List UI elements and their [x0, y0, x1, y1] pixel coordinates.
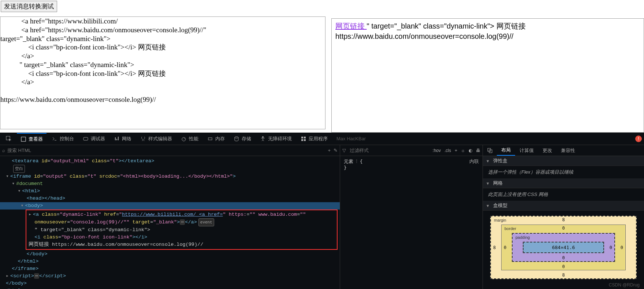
brace-open: {	[360, 159, 363, 164]
tab-accessibility[interactable]: 无障碍环境	[256, 133, 295, 144]
tab-hackbar[interactable]: Max HacKBar	[333, 134, 369, 144]
flexbox-header[interactable]: ▾弹性盒	[483, 156, 644, 166]
dom-line[interactable]: ▸<script>⋯</script>	[0, 273, 340, 280]
padding-right-val[interactable]: 0	[610, 245, 612, 250]
devtools-pick-icon[interactable]	[2, 134, 15, 144]
border-left-val[interactable]: 0	[504, 245, 506, 250]
tab-computed[interactable]: 计算值	[515, 145, 538, 156]
styles-body: 内联 元素 ⦙ { }	[340, 156, 483, 289]
brace-close: }	[344, 165, 479, 170]
tab-console-label: 控制台	[60, 136, 74, 142]
tab-inspector-label: 查看器	[29, 136, 43, 142]
print-icon[interactable]: 🖶	[476, 148, 480, 153]
dom-line[interactable]: " target="_blank" class="dynamic-link">	[29, 226, 335, 234]
margin-label: margin	[494, 218, 506, 222]
dom-line[interactable]: </html>	[0, 287, 340, 289]
output-html-textarea[interactable]: <a href="https://www.bilibili.com/ <a hr…	[0, 16, 325, 129]
add-rule-icon[interactable]: +	[328, 148, 331, 153]
dom-line[interactable]: </body>	[0, 251, 340, 258]
tab-storage-label: 存储	[242, 136, 251, 142]
light-icon[interactable]: ☼	[461, 148, 465, 153]
margin-top-val[interactable]: 8	[562, 217, 565, 222]
cls-button[interactable]: .cls	[444, 148, 451, 153]
tab-layout[interactable]: 布局	[497, 145, 515, 156]
whitespace-pill: 空白	[13, 165, 25, 173]
tab-network-label: 网络	[122, 136, 131, 142]
web-link[interactable]: 网页链接	[335, 22, 367, 30]
dom-line[interactable]: onmouseover="console.log(99)//"" target=…	[29, 218, 335, 226]
tab-changes[interactable]: 更改	[538, 145, 556, 156]
svg-point-6	[262, 136, 264, 138]
edit-icon[interactable]: ✎	[334, 148, 338, 153]
border-bottom-val[interactable]: 0	[562, 264, 565, 269]
tab-performance[interactable]: 性能	[177, 133, 202, 144]
dom-line[interactable]: ▾<iframe id="output" class="t" srcdoc="<…	[0, 173, 340, 180]
output-iframe-preview: 网页链接 " target="_blank" class="dynamic-li…	[331, 18, 644, 133]
box-model-diagram: margin 8 8 8 border 0 0 0 0 padding	[483, 211, 644, 284]
svg-rect-7	[301, 137, 303, 138]
tab-console[interactable]: 控制台	[48, 133, 78, 144]
left-column: 发送消息转换测试 <a href="https://www.bilibili.c…	[0, 0, 325, 133]
dom-line[interactable]: <textarea id="output_html" class="t"></t…	[0, 158, 340, 165]
border-right-val[interactable]: 0	[621, 245, 623, 250]
tab-memory[interactable]: 内存	[204, 133, 228, 144]
tab-app-label: 应用程序	[309, 136, 328, 142]
box-model-label: 盒模型	[493, 202, 507, 209]
padding-bottom-val[interactable]: 0	[562, 255, 565, 260]
dom-line[interactable]: <head></head>	[0, 195, 340, 202]
dom-line[interactable]: 网页链接 https://www.baidu.com/onmouseover=c…	[29, 241, 335, 248]
devtools-panel: 查看器 控制台 调试器 网络 样式编辑器 性能 内存 存储 无障碍环境 应用程序…	[0, 133, 644, 289]
dom-search-row: ⌕ + ✎	[0, 145, 340, 156]
tab-hackbar-label: Max HacKBar	[336, 136, 366, 141]
layout-popout-icon[interactable]	[483, 145, 497, 156]
dom-search-input[interactable]	[7, 148, 325, 153]
styles-panel: ▽ :hov .cls + ☼ ◐ 🖶 内联 元素 ⦙ { }	[340, 145, 483, 289]
tab-inspector[interactable]: 查看器	[17, 133, 46, 145]
styles-filter-input[interactable]	[350, 148, 429, 153]
margin-left-val[interactable]: 8	[493, 245, 496, 250]
dom-line[interactable]: </iframe>	[0, 265, 340, 273]
svg-rect-4	[208, 138, 212, 140]
contrast-icon[interactable]: ◐	[469, 148, 472, 153]
tab-debugger[interactable]: 调试器	[79, 133, 109, 144]
dom-line-selected[interactable]: ▾<body>	[0, 202, 340, 210]
dom-panel: ⌕ + ✎ <textarea id="output_html" class="…	[0, 145, 340, 289]
search-icon: ⌕	[2, 148, 5, 153]
tab-perf-label: 性能	[189, 136, 198, 142]
tab-storage[interactable]: 存储	[230, 133, 255, 144]
box-model-header[interactable]: ▾盒模型	[483, 201, 644, 211]
tab-style-label: 样式编辑器	[148, 136, 172, 142]
error-badge-icon[interactable]: !	[635, 136, 642, 142]
dom-line[interactable]: <i class="bp-icon-font icon-link"></i>	[29, 234, 335, 241]
watermark: CSDN @RDrug	[609, 282, 640, 288]
dom-line[interactable]: 空白	[0, 165, 340, 173]
tab-network[interactable]: 网络	[110, 133, 135, 144]
border-top-val[interactable]: 0	[562, 226, 565, 231]
tab-application[interactable]: 应用程序	[297, 133, 331, 144]
content-size[interactable]: 684×41.6	[523, 242, 604, 253]
flexbox-msg: 选择一个弹性（Flex）容器或项目以继续	[483, 166, 644, 178]
tab-memory-label: 内存	[215, 136, 225, 142]
svg-rect-8	[304, 137, 306, 138]
svg-rect-10	[304, 139, 306, 141]
dom-line[interactable]: ▸<a class="dynamic-link" href="https://w…	[29, 211, 335, 218]
hov-button[interactable]: :hov	[432, 148, 441, 153]
dom-line[interactable]: ▾#document	[0, 180, 340, 188]
tab-style-editor[interactable]: 样式编辑器	[137, 133, 176, 144]
svg-point-5	[235, 137, 238, 138]
dom-tree[interactable]: <textarea id="output_html" class="t"></t…	[0, 156, 340, 289]
dom-line[interactable]: </body>	[0, 280, 340, 287]
send-test-button[interactable]: 发送消息转换测试	[1, 1, 57, 12]
dom-line[interactable]: </html>	[0, 258, 340, 265]
margin-bottom-val[interactable]: 8	[562, 273, 565, 278]
add-style-icon[interactable]: +	[455, 148, 457, 153]
grid-msg: 此页面上没有使用 CSS 网格	[483, 188, 644, 201]
grid-header[interactable]: ▾网格	[483, 178, 644, 188]
tab-compat[interactable]: 兼容性	[556, 145, 580, 156]
event-pill[interactable]: event	[198, 218, 214, 226]
dom-line[interactable]: ▾<html>	[0, 188, 340, 195]
filter-icon: ▽	[342, 148, 346, 153]
svg-rect-2	[83, 137, 88, 140]
styles-toolbar: ▽ :hov .cls + ☼ ◐ 🖶	[340, 145, 483, 156]
highlighted-dom-block: ▸<a class="dynamic-link" href="https://w…	[26, 210, 338, 250]
